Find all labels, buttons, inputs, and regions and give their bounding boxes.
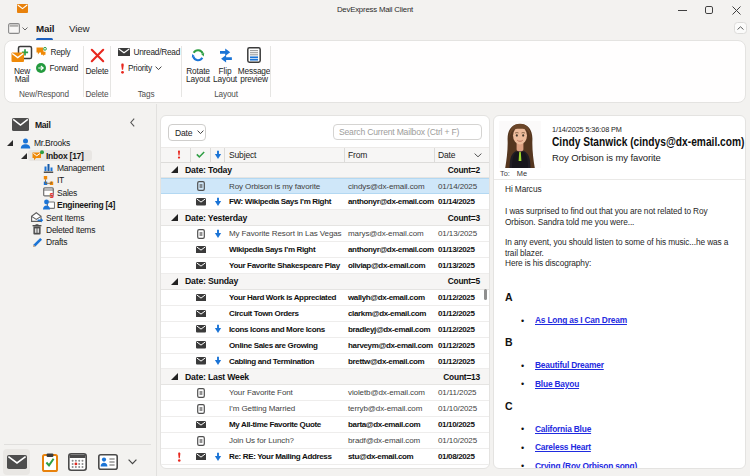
message-from: clarkm@dx-email.com	[345, 309, 435, 318]
message-from: oliviap@dx-email.com	[345, 261, 435, 270]
message-row[interactable]: My All-time Favorite Quote barta@dx-emai…	[161, 417, 489, 433]
minimize-button[interactable]	[668, 0, 696, 20]
group-expand-icon[interactable]	[171, 214, 178, 221]
chevron-down-icon	[197, 130, 204, 135]
unread-envelope-icon	[196, 262, 206, 270]
song-link[interactable]: Beautiful Dreamer	[535, 360, 604, 370]
message-date: 01/13/2025	[435, 245, 487, 254]
delete-button[interactable]: Delete	[80, 45, 114, 75]
message-from: brettw@dx-email.com	[345, 357, 435, 366]
bullet-icon: •	[521, 361, 524, 371]
column-direction[interactable]	[211, 148, 225, 162]
column-priority[interactable]	[167, 148, 191, 162]
body-line: Orbison. Sandra told me you were...	[505, 217, 741, 227]
bullet-icon: •	[521, 424, 524, 434]
unread-envelope-icon	[196, 198, 206, 206]
column-subject[interactable]: Subject	[225, 148, 345, 162]
message-preview-button[interactable]: Message preview	[234, 45, 274, 84]
unread-envelope-icon	[196, 453, 206, 461]
message-row[interactable]: FW: Wikipedia Says I’m Right anthonyr@dx…	[161, 194, 489, 210]
sidebar-collapse-button[interactable]	[130, 118, 135, 127]
tree-item-mrbrooks[interactable]: Mr.Brooks	[0, 137, 156, 149]
recipient-me[interactable]: Me	[517, 169, 527, 178]
sent-items-icon	[31, 212, 44, 223]
column-date[interactable]: Date	[435, 148, 487, 162]
tree-item-label: Engineering [4]	[57, 200, 115, 210]
tree-item-drafts[interactable]: Drafts	[0, 236, 156, 248]
reply-button[interactable]: Reply	[36, 47, 70, 57]
message-row[interactable]: Cabling and Termination brettw@dx-email.…	[161, 354, 489, 370]
message-row[interactable]: Roy Orbison is my favorite cindys@dx-ema…	[161, 178, 489, 194]
group-label: Date: Sunday	[185, 276, 238, 286]
message-row[interactable]: Circuit Town Orders clarkm@dx-email.com …	[161, 306, 489, 322]
message-from: wallyh@dx-email.com	[345, 293, 435, 302]
song-link[interactable]: California Blue	[535, 424, 591, 434]
message-row[interactable]: Your Hard Work is Appreciated wallyh@dx-…	[161, 290, 489, 306]
message-row[interactable]: Wikipedia Says I’m Right anthonyr@dx-ema…	[161, 242, 489, 258]
close-button[interactable]	[722, 0, 750, 20]
nav-tasks-button[interactable]	[36, 449, 63, 475]
list-scrollbar-thumb[interactable]	[484, 289, 487, 300]
unread-envelope-icon	[118, 48, 130, 57]
tree-item-sales[interactable]: $ Sales	[0, 187, 156, 199]
quick-access-toolbar[interactable]	[8, 23, 28, 34]
chevron-down-icon	[22, 27, 28, 31]
tree-item-inbox[interactable]: Inbox [17]	[0, 149, 156, 161]
song-link[interactable]: Careless Heart	[535, 442, 591, 452]
expander-icon[interactable]	[21, 153, 27, 159]
svg-text:$: $	[50, 192, 54, 198]
message-row[interactable]: Your Favorite Shakespeare Play oliviap@d…	[161, 258, 489, 274]
tree-item-deleted[interactable]: Deleted Items	[0, 224, 156, 236]
ribbon-collapse-button[interactable]	[734, 22, 747, 34]
message-row[interactable]: My Favorite Resort in Las Vegas marys@dx…	[161, 226, 489, 242]
group-expand-icon[interactable]	[171, 373, 178, 380]
nav-more-button[interactable]	[128, 459, 137, 465]
song-link[interactable]: Blue Bayou	[535, 379, 579, 389]
unread-read-button[interactable]: Unread/Read	[118, 47, 180, 57]
group-expand-icon[interactable]	[171, 278, 178, 285]
tree-item-engineering[interactable]: Engineering [4]	[0, 199, 156, 211]
column-from[interactable]: From	[345, 148, 435, 162]
message-row[interactable]: I’m Getting Married terryb@dx-email.com …	[161, 401, 489, 417]
search-input[interactable]	[333, 124, 482, 140]
priority-icon	[120, 63, 125, 74]
group-expand-icon[interactable]	[171, 166, 178, 173]
nav-calendar-button[interactable]	[64, 449, 91, 475]
tab-view[interactable]: View	[69, 23, 89, 37]
sender-avatar	[499, 121, 541, 168]
rotate-layout-icon	[190, 45, 206, 65]
group-row[interactable]: Date: Last Week Count=13	[161, 369, 489, 385]
new-mail-button[interactable]: New Mail	[7, 45, 37, 84]
nav-contacts-button[interactable]	[94, 449, 121, 475]
tree-item-sent[interactable]: Sent Items	[0, 211, 156, 223]
group-row[interactable]: Date: Yesterday Count=3	[161, 210, 489, 226]
song-link[interactable]: As Long as I Can Dream	[535, 315, 627, 325]
tree-item-management[interactable]: Management	[0, 162, 156, 174]
message-row[interactable]: Join Us for Lunch? bradf@dx-email.com 01…	[161, 433, 489, 449]
expander-icon[interactable]	[7, 140, 13, 146]
group-row[interactable]: Date: Sunday Count=5	[161, 274, 489, 290]
tab-mail[interactable]: Mail	[36, 23, 54, 37]
chevron-down-icon	[474, 153, 482, 158]
song-link[interactable]: Crying (Roy Orbison song)	[535, 461, 637, 469]
maximize-button[interactable]	[695, 0, 723, 20]
rotate-layout-button[interactable]: Rotate Layout	[182, 45, 214, 84]
forward-button[interactable]: Forward	[36, 63, 78, 73]
discography-item: •California Blue	[505, 424, 741, 434]
nav-mail-button[interactable]	[3, 449, 30, 475]
group-caption-tags: Tags	[111, 90, 181, 99]
arrow-down-icon	[214, 150, 222, 160]
message-row[interactable]: Online Sales are Growing harveym@dx-emai…	[161, 338, 489, 354]
message-from: harveym@dx-email.com	[345, 341, 435, 350]
group-by-button[interactable]: Date	[168, 124, 206, 141]
read-note-icon	[197, 436, 205, 446]
column-read-state[interactable]	[191, 148, 211, 162]
message-row[interactable]: Re: RE: Your Mailing Address stu@dx-emai…	[161, 449, 489, 465]
tree-item-it[interactable]: IT	[0, 174, 156, 186]
message-row[interactable]: Your Favorite Font violetb@dx-email.com …	[161, 385, 489, 401]
message-date: 01/12/2025	[435, 309, 487, 318]
group-row[interactable]: Date: Today Count=2	[161, 163, 489, 179]
message-row[interactable]: Icons Icons and More Icons bradleyj@dx-e…	[161, 322, 489, 338]
message-from: violetb@dx-email.com	[345, 388, 435, 397]
priority-button[interactable]: Priority	[120, 63, 163, 74]
